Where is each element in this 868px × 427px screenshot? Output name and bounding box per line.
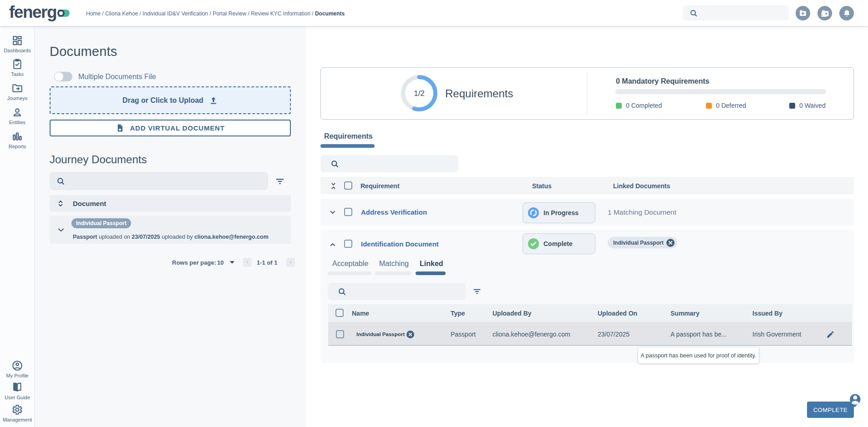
svg-text:1/2: 1/2 xyxy=(414,89,425,98)
